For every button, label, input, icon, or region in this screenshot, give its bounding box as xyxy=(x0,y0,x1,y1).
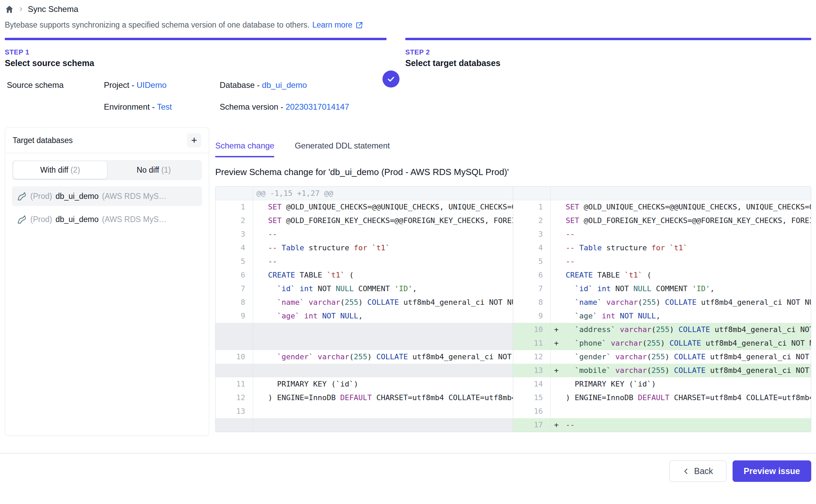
diff-row xyxy=(513,187,811,200)
diff-code-line: -- xyxy=(253,255,513,268)
diff-line-number xyxy=(216,187,253,200)
footer-actions: Back Preview issue xyxy=(5,454,811,482)
database-instance: (AWS RDS MyS… xyxy=(102,215,167,224)
tab-schema-change[interactable]: Schema change xyxy=(215,141,274,157)
filter-tab-no-diff[interactable]: No diff (1) xyxy=(107,161,201,179)
step-2-title: Select target databases xyxy=(405,58,811,68)
diff-line-number: 13 xyxy=(513,364,551,377)
add-target-database-button[interactable]: + xyxy=(187,133,201,147)
diff-filter-tabs: With diff (2)No diff (1) xyxy=(12,160,202,180)
diff-line-number: 1 xyxy=(513,200,551,214)
home-icon[interactable] xyxy=(5,5,14,14)
target-database-item[interactable]: (Prod) db_ui_demo (AWS RDS MyS… xyxy=(12,186,202,206)
target-databases-title: Target databases xyxy=(13,136,73,145)
source-schema-label: Source schema xyxy=(5,80,104,112)
diff-line-number: 15 xyxy=(513,391,551,405)
preview-issue-button[interactable]: Preview issue xyxy=(733,460,811,482)
source-field-link[interactable]: 20230317014147 xyxy=(285,102,349,111)
diff-row: 15) ENGINE=InnoDB DEFAULT CHARSET=utf8mb… xyxy=(513,391,811,405)
source-field-link[interactable]: Test xyxy=(157,102,172,111)
diff-row: 13 xyxy=(216,405,513,418)
step-2-progress-bar xyxy=(405,38,811,40)
breadcrumb-current: Sync Schema xyxy=(28,4,78,14)
diff-code-line: @@ -1,15 +1,27 @@ xyxy=(253,187,513,200)
source-schema-fields: Project - UIDemoDatabase - db_ui_demoEnv… xyxy=(104,80,349,112)
diff-row: 3-- xyxy=(513,227,811,241)
diff-code-line: CREATE TABLE `t1` ( xyxy=(551,268,811,282)
diff-code-line: + `address` varchar(255) COLLATE utf8mb4… xyxy=(551,323,811,336)
diff-row: 1SET @OLD_UNIQUE_CHECKS=@@UNIQUE_CHECKS,… xyxy=(216,200,513,214)
diff-code-line xyxy=(551,187,811,200)
diff-code-line: `age` int NOT NULL, xyxy=(551,309,811,323)
diff-line-number: 6 xyxy=(216,268,253,282)
diff-row: 7 `id` int NOT NULL COMMENT 'ID', xyxy=(513,282,811,296)
database-instance: (AWS RDS MyS… xyxy=(102,192,167,201)
diff-code-line: PRIMARY KEY (`id`) xyxy=(551,377,811,391)
diff-line-number xyxy=(216,364,253,377)
mysql-icon xyxy=(17,191,27,201)
source-schema-section: Source schema Project - UIDemoDatabase -… xyxy=(5,80,811,112)
diff-line-number xyxy=(216,323,253,336)
diff-code-line: + `phone` varchar(255) COLLATE utf8mb4_g… xyxy=(551,336,811,350)
step-2-label: STEP 2 xyxy=(405,48,811,56)
diff-line-number: 3 xyxy=(216,227,253,241)
diff-marker: + xyxy=(554,323,566,336)
tab-generated-ddl-statement[interactable]: Generated DDL statement xyxy=(295,141,390,157)
diff-row: 11+ `phone` varchar(255) COLLATE utf8mb4… xyxy=(513,336,811,350)
diff-code-line: -- xyxy=(551,227,811,241)
diff-row: 8 `name` varchar(255) COLLATE utf8mb4_ge… xyxy=(216,296,513,309)
diff-line-number: 8 xyxy=(513,296,551,309)
diff-line-number: 7 xyxy=(216,282,253,296)
diff-line-number: 3 xyxy=(513,227,551,241)
mysql-icon xyxy=(17,214,27,224)
intro-text-row: Bytebase supports synchronizing a specif… xyxy=(5,20,811,30)
diff-line-number: 17 xyxy=(513,418,551,432)
diff-code-line: -- Table structure for `t1` xyxy=(551,241,811,255)
diff-line-number: 2 xyxy=(513,214,551,227)
breadcrumb: › Sync Schema xyxy=(5,3,811,15)
source-field-link[interactable]: UIDemo xyxy=(137,80,167,90)
diff-code-line xyxy=(551,405,811,418)
diff-code-line: `age` int NOT NULL, xyxy=(253,309,513,323)
source-field-schema-version: Schema version - 20230317014147 xyxy=(220,102,349,112)
external-link-icon xyxy=(355,21,363,29)
diff-row xyxy=(216,364,513,377)
target-database-item[interactable]: (Prod) db_ui_demo (AWS RDS MyS… xyxy=(12,209,202,229)
source-field-link[interactable]: db_ui_demo xyxy=(262,80,307,90)
step-1-check-icon xyxy=(382,70,399,88)
learn-more-link[interactable]: Learn more xyxy=(312,20,363,30)
diff-code-line: -- xyxy=(253,227,513,241)
diff-code-line: CREATE TABLE `t1` ( xyxy=(253,268,513,282)
diff-row: 12) ENGINE=InnoDB DEFAULT CHARSET=utf8mb… xyxy=(216,391,513,405)
diff-code-line: -- xyxy=(551,255,811,268)
diff-line-number: 16 xyxy=(513,405,551,418)
preview-tabs: Schema changeGenerated DDL statement xyxy=(215,141,811,157)
diff-line-number: 2 xyxy=(216,214,253,227)
diff-line-number: 12 xyxy=(513,350,551,364)
diff-line-number: 10 xyxy=(513,323,551,336)
diff-row: 12 `gender` varchar(255) COLLATE utf8mb4… xyxy=(513,350,811,364)
diff-code-line: SET @OLD_FOREIGN_KEY_CHECKS=@@FOREIGN_KE… xyxy=(551,214,811,227)
diff-line-number: 5 xyxy=(216,255,253,268)
diff-code-line xyxy=(253,418,513,432)
diff-code-line: `name` varchar(255) COLLATE utf8mb4_gene… xyxy=(551,296,811,309)
diff-row: 6CREATE TABLE `t1` ( xyxy=(216,268,513,282)
diff-row: 9 `age` int NOT NULL, xyxy=(216,309,513,323)
diff-row: @@ -1,15 +1,27 @@ xyxy=(216,187,513,200)
back-button[interactable]: Back xyxy=(669,460,726,482)
diff-row: 7 `id` int NOT NULL COMMENT 'ID', xyxy=(216,282,513,296)
diff-line-number: 10 xyxy=(216,350,253,364)
target-database-list: (Prod) db_ui_demo (AWS RDS MyS… (Prod) d… xyxy=(12,186,202,229)
diff-row: 3-- xyxy=(216,227,513,241)
diff-line-number: 6 xyxy=(513,268,551,282)
filter-tab-label: With diff xyxy=(40,166,70,174)
diff-row: 2SET @OLD_FOREIGN_KEY_CHECKS=@@FOREIGN_K… xyxy=(513,214,811,227)
diff-code-line xyxy=(253,405,513,418)
filter-tab-with-diff[interactable]: With diff (2) xyxy=(13,161,107,179)
panel-divider xyxy=(5,153,209,153)
source-field-database: Database - db_ui_demo xyxy=(220,80,349,90)
diff-code-line: SET @OLD_UNIQUE_CHECKS=@@UNIQUE_CHECKS, … xyxy=(253,200,513,214)
diff-line-number: 11 xyxy=(513,336,551,350)
diff-row xyxy=(216,323,513,336)
diff-marker: + xyxy=(554,364,566,377)
